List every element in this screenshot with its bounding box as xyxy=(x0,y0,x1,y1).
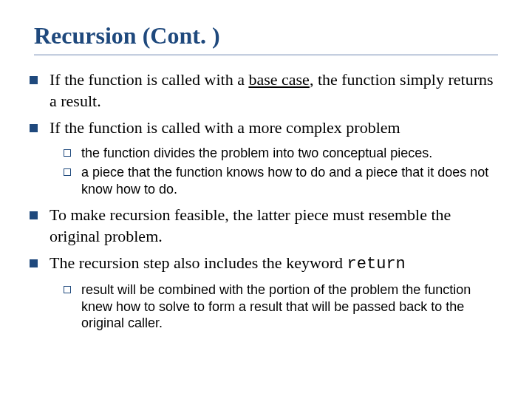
keyword-return: return xyxy=(347,255,406,273)
square-bullet-icon xyxy=(30,211,38,219)
list-item: a piece that the function knows how to d… xyxy=(64,164,502,197)
bullet-text: If the function is called with a base ca… xyxy=(50,69,502,112)
bullet-list: If the function is called with a base ca… xyxy=(30,69,502,139)
square-bullet-icon xyxy=(30,124,38,132)
bullet-list: To make recursion feasible, the latter p… xyxy=(30,205,502,276)
square-bullet-icon xyxy=(30,76,38,84)
list-item: If the function is called with a base ca… xyxy=(30,69,502,112)
hollow-square-bullet-icon xyxy=(64,168,71,176)
title-underline xyxy=(34,54,498,56)
page-title: Recursion (Cont. ) xyxy=(30,22,502,50)
list-item: result will be combined with the portion… xyxy=(64,282,502,332)
text-fragment: If the function is called with a xyxy=(50,70,248,89)
list-item: If the function is called with a more co… xyxy=(30,117,502,139)
sub-bullet-list: the function divides the problem into tw… xyxy=(30,145,502,198)
bullet-text: If the function is called with a more co… xyxy=(50,117,400,139)
hollow-square-bullet-icon xyxy=(64,149,71,157)
slide: Recursion (Cont. ) If the function is ca… xyxy=(0,0,532,361)
sub-bullet-list: result will be combined with the portion… xyxy=(30,282,502,332)
underlined-term: base case xyxy=(248,70,309,89)
sub-bullet-text: the function divides the problem into tw… xyxy=(81,145,432,162)
list-item: To make recursion feasible, the latter p… xyxy=(30,205,502,247)
bullet-text: The recursion step also includes the key… xyxy=(50,253,406,276)
sub-bullet-text: result will be combined with the portion… xyxy=(81,282,502,332)
sub-bullet-text: a piece that the function knows how to d… xyxy=(81,164,502,197)
hollow-square-bullet-icon xyxy=(64,286,71,293)
list-item: the function divides the problem into tw… xyxy=(64,145,502,162)
list-item: The recursion step also includes the key… xyxy=(30,253,502,276)
square-bullet-icon xyxy=(30,259,38,267)
bullet-text: To make recursion feasible, the latter p… xyxy=(50,205,502,247)
text-fragment: The recursion step also includes the key… xyxy=(50,253,347,272)
